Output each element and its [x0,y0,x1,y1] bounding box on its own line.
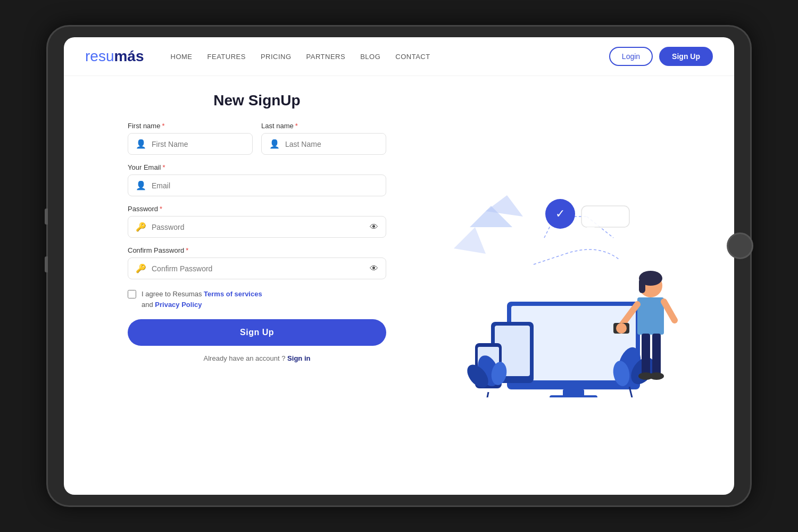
svg-rect-36 [642,334,650,376]
confirm-password-required: * [186,246,188,254]
signup-nav-button[interactable]: Sign Up [659,47,713,66]
logo-mas: más [114,48,144,65]
first-name-label: First name * [128,122,253,130]
confirm-password-group: Confirm Password * 🔑 👁 [128,246,386,279]
last-name-input[interactable] [285,140,378,148]
svg-line-23 [486,392,488,397]
nav-actions: Login Sign Up [609,47,713,66]
eye-toggle-confirm[interactable]: 👁 [370,264,378,273]
signup-form-button[interactable]: Sign Up [128,319,386,346]
nav-partners[interactable]: PARTNERS [306,53,346,61]
password-input-wrapper: 🔑 👁 [128,216,386,238]
email-input[interactable] [152,181,378,190]
terms-text: I agree to Resumas Terms of services and… [142,289,262,310]
svg-point-35 [616,323,627,334]
first-name-input-wrapper: 👤 [128,133,253,155]
last-name-required: * [295,122,298,130]
illustration-section: ✓ [418,87,713,484]
terms-of-service-link[interactable]: Terms of services [204,290,262,298]
nav-blog[interactable]: BLOG [360,53,380,61]
svg-marker-1 [454,227,486,254]
confirm-password-input[interactable] [152,264,370,273]
login-button[interactable]: Login [609,47,653,66]
password-group: Password * 🔑 👁 [128,205,386,238]
svg-rect-9 [581,206,629,227]
nav-links: HOME FEATURES PRICING PARTNERS BLOG CONT… [171,53,593,61]
key-icon-confirm: 🔑 [136,263,146,273]
left-button-2 [45,256,48,272]
tablet-frame: resumás HOME FEATURES PRICING PARTNERS B… [48,27,750,505]
form-title: New SignUp [128,92,386,109]
left-button-1 [45,209,48,225]
password-input[interactable] [152,223,370,231]
terms-row: I agree to Resumas Terms of services and… [128,289,386,310]
svg-rect-30 [639,278,645,293]
svg-rect-14 [550,395,597,397]
user-icon-last: 👤 [269,139,280,149]
first-name-required: * [162,122,164,130]
svg-rect-37 [652,334,661,376]
password-required: * [160,205,162,213]
svg-line-33 [664,302,675,320]
right-button [727,232,753,259]
nav-features[interactable]: FEATURES [207,53,246,61]
svg-point-17 [510,378,514,383]
confirm-password-input-wrapper: 🔑 👁 [128,257,386,279]
first-name-input[interactable] [152,140,245,148]
nav-home[interactable]: HOME [171,53,193,61]
main-content: New SignUp First name * 👤 [64,76,734,495]
logo[interactable]: resumás [85,48,144,65]
user-icon-email: 👤 [136,180,146,190]
illustration-svg: ✓ [438,185,693,397]
signin-link[interactable]: Sign in [287,354,310,362]
svg-rect-31 [637,297,664,335]
privacy-policy-link[interactable]: Privacy Policy [155,301,202,309]
email-label: Your Email * [128,163,386,171]
email-input-wrapper: 👤 [128,174,386,196]
eye-toggle-password[interactable]: 👁 [370,222,378,232]
svg-text:✓: ✓ [555,207,565,220]
email-group: Your Email * 👤 [128,163,386,196]
navbar: resumás HOME FEATURES PRICING PARTNERS B… [64,37,734,76]
password-label: Password * [128,205,386,213]
logo-resu: resu [85,48,114,65]
last-name-group: Last name * 👤 [261,122,386,155]
signin-row: Already have an account ? Sign in [128,354,386,362]
svg-line-6 [534,254,566,264]
tablet-screen: resumás HOME FEATURES PRICING PARTNERS B… [64,37,734,495]
svg-marker-10 [587,227,595,234]
nav-contact[interactable]: CONTACT [395,53,430,61]
email-required: * [162,163,165,171]
name-row: First name * 👤 Last name * [128,122,386,163]
terms-checkbox[interactable] [128,290,136,298]
signup-form-section: New SignUp First name * 👤 [128,87,386,484]
svg-point-39 [649,372,664,380]
first-name-group: First name * 👤 [128,122,253,155]
last-name-label: Last name * [261,122,386,130]
nav-pricing[interactable]: PRICING [261,53,292,61]
last-name-input-wrapper: 👤 [261,133,386,155]
confirm-password-label: Confirm Password * [128,246,386,254]
user-icon-first: 👤 [136,139,146,149]
key-icon-password: 🔑 [136,222,146,232]
